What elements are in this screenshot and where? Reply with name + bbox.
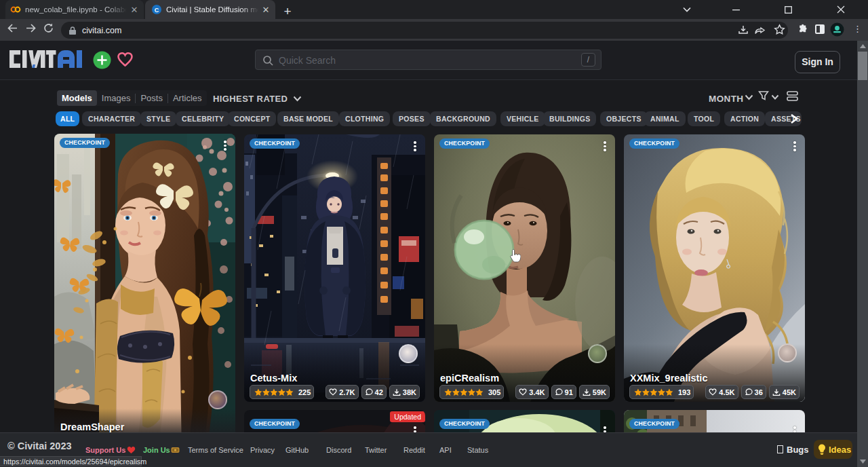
svg-text:C: C bbox=[155, 7, 159, 14]
